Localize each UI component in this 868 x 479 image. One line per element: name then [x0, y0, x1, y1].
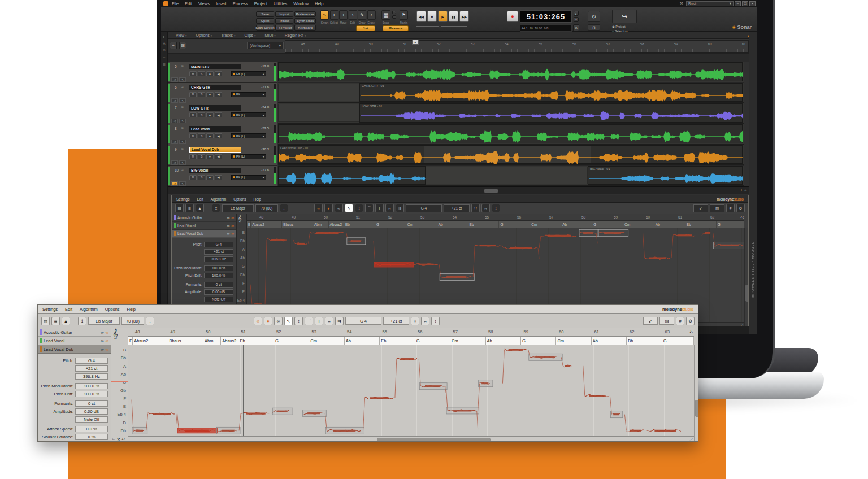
- app-menu-views[interactable]: Views: [198, 1, 210, 6]
- audio-clip[interactable]: CHRS GTR - 05: [359, 83, 743, 102]
- main-tool-button[interactable]: ↖: [345, 204, 353, 212]
- fx-add-icon[interactable]: +: [263, 134, 264, 138]
- chord-cell[interactable]: Ab: [486, 337, 521, 345]
- audio-clip[interactable]: BIG Vocal - 01: [588, 166, 743, 185]
- solo-button[interactable]: S: [198, 133, 205, 138]
- empty-clip-slot[interactable]: [426, 167, 588, 185]
- mel-menu-edit[interactable]: Edit: [65, 307, 72, 312]
- input-echo-button[interactable]: ◁: [171, 77, 178, 82]
- note-separation-button[interactable]: ∷: [471, 204, 480, 212]
- track-gain-value[interactable]: -19.8: [261, 64, 269, 68]
- track-gain-value[interactable]: -27.6: [261, 168, 269, 172]
- tv-menu-clips[interactable]: Clips▾: [244, 33, 255, 37]
- automation-button[interactable]: ∿: [179, 140, 186, 144]
- mel-hscroll-handle[interactable]: [377, 438, 490, 442]
- timing-tool-button[interactable]: ↔: [385, 204, 394, 212]
- mel-track-row[interactable]: Lead Vocal∞∞: [172, 222, 236, 230]
- measure-button[interactable]: Measure: [383, 25, 409, 31]
- view-panel-icon[interactable]: ▤: [175, 204, 184, 212]
- fx-add-icon[interactable]: +: [263, 114, 264, 117]
- snap-toggle-1[interactable]: [392, 11, 396, 14]
- pitch-chain-icon[interactable]: ∞: [254, 317, 262, 325]
- mel-vscroll-handle[interactable]: [745, 285, 749, 302]
- pitch-chain-icon[interactable]: ∞: [314, 204, 323, 212]
- chord-cell[interactable]: Ab: [437, 221, 468, 228]
- app-menu-insert[interactable]: Insert: [216, 1, 227, 6]
- mute-button[interactable]: M: [189, 154, 197, 159]
- arm-button[interactable]: ●: [206, 112, 214, 117]
- link-active-icon[interactable]: ∞: [231, 232, 234, 236]
- transport-slider-handle[interactable]: [439, 25, 441, 28]
- key-selector[interactable]: Eb Major: [88, 317, 120, 325]
- chord-cell[interactable]: Bbsus: [282, 221, 313, 228]
- arm-button[interactable]: ●: [206, 71, 214, 76]
- input-echo-button[interactable]: ◁: [171, 160, 178, 165]
- link-icon[interactable]: ∞: [227, 232, 230, 236]
- link-active-icon[interactable]: ∞: [106, 338, 108, 343]
- arm-button[interactable]: ●: [206, 154, 214, 159]
- notes-icon[interactable]: ♪♪: [121, 437, 125, 441]
- dock-vertical-label[interactable]: BROWSER | HELP MODULE: [751, 241, 754, 298]
- inspector-value-field[interactable]: +21 ct: [75, 365, 108, 372]
- echo-button[interactable]: ◀: [215, 112, 222, 117]
- empty-clip-slot[interactable]: [278, 84, 359, 102]
- echo-button[interactable]: ◀: [215, 154, 222, 159]
- mel-track-row[interactable]: Lead Vocal Dub∞∞: [38, 345, 111, 354]
- tempo-field[interactable]: 70 (80): [121, 317, 144, 325]
- track-name[interactable]: Lead Vocal: [189, 126, 241, 132]
- automation-button[interactable]: ∿: [179, 77, 186, 82]
- link-icon[interactable]: ∞: [227, 216, 230, 220]
- track-name[interactable]: Lead Vocal Dub: [189, 147, 241, 153]
- play-button[interactable]: ▶: [438, 11, 448, 22]
- tv-menu-region-fx[interactable]: Region FX▾: [285, 33, 306, 37]
- add-track-button[interactable]: +: [170, 42, 177, 49]
- smart-tool-button[interactable]: ↖: [320, 10, 329, 20]
- start-screen-button[interactable]: Start Screen: [256, 25, 274, 31]
- note-cents-field[interactable]: +21 ct: [444, 204, 470, 212]
- solo-button[interactable]: S: [198, 92, 205, 97]
- time-handle-tool-button[interactable]: ⇉: [335, 317, 344, 325]
- inspector-value-field[interactable]: 396.8 Hz: [75, 373, 108, 380]
- chord-cell[interactable]: Cm: [556, 337, 591, 345]
- erase-tool-button[interactable]: /: [367, 10, 376, 20]
- app-menu-help[interactable]: Help: [315, 1, 323, 6]
- magnify-icon[interactable]: ⌕: [744, 188, 747, 193]
- grid-options-button[interactable]: #: [676, 317, 684, 325]
- audio-clip[interactable]: LOW GTR - 01: [359, 103, 743, 123]
- mute-button[interactable]: M: [189, 133, 197, 138]
- chord-cell[interactable]: G: [274, 337, 309, 345]
- audio-clip[interactable]: [278, 62, 743, 81]
- mel-menu-help[interactable]: Help: [254, 197, 261, 201]
- keyboard-button[interactable]: Keyboard: [294, 25, 316, 31]
- chain-dot-icon[interactable]: ●: [324, 204, 333, 212]
- chord-cell[interactable]: G: [717, 221, 744, 228]
- chord-cell[interactable]: Cm: [530, 221, 561, 228]
- mel-track-row[interactable]: Lead Vocal Dub∞∞: [172, 230, 236, 238]
- preset-dropdown[interactable]: Basic▾: [686, 1, 734, 6]
- fx-chain-box[interactable]: FX (L)+: [231, 133, 266, 138]
- dock-2-icon[interactable]: A: [163, 42, 165, 45]
- inspector-value-field[interactable]: 0.00 dB: [75, 408, 108, 415]
- time-chain-icon[interactable]: ∞: [335, 204, 343, 212]
- track-name[interactable]: BIG Vocal: [189, 168, 241, 173]
- track-row[interactable]: 6≈CHRS GTR-21.6MS●◀FX+◁∿: [168, 83, 277, 104]
- vertical-zoom-button[interactable]: ↕: [492, 204, 500, 212]
- mini-dot-button[interactable]: ●: [574, 17, 579, 22]
- mel-menu-edit[interactable]: Edit: [197, 197, 203, 201]
- forward-button[interactable]: ▶▶: [459, 11, 469, 22]
- chord-cell[interactable]: G: [499, 221, 530, 228]
- mel-menu-options[interactable]: Options: [233, 197, 246, 201]
- tempo-options-button[interactable]: .: [146, 317, 154, 325]
- solo-button[interactable]: S: [198, 112, 205, 117]
- audio-clip[interactable]: [278, 166, 426, 185]
- metronome-icon[interactable]: Δ: [573, 24, 579, 31]
- echo-button[interactable]: ◀: [215, 92, 222, 97]
- track-row[interactable]: 8≈Lead Vocal-29.5MS●◀FX (L)+◁∿: [168, 124, 277, 145]
- fx-add-icon[interactable]: +: [263, 155, 264, 158]
- mel-menu-settings[interactable]: Settings: [176, 197, 190, 201]
- input-echo-button[interactable]: ◁: [171, 98, 178, 103]
- preferences-button[interactable]: Preferences: [294, 11, 316, 17]
- note-pitch-field[interactable]: G 4: [345, 317, 381, 325]
- inspector-value-field[interactable]: G 4: [204, 242, 233, 247]
- daw-hscroll-handle[interactable]: [484, 189, 498, 193]
